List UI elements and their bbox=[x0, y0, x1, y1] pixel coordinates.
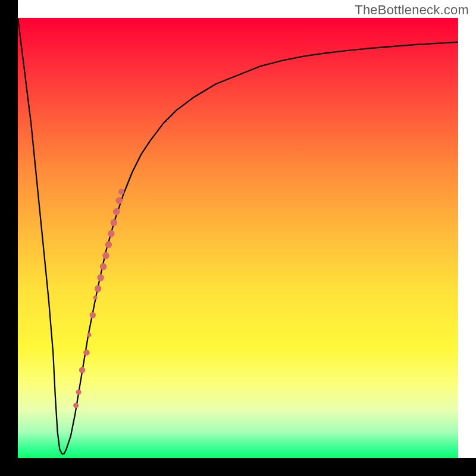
curve-marker bbox=[102, 252, 109, 259]
curve-marker bbox=[105, 241, 112, 248]
curve-marker bbox=[79, 367, 85, 373]
curve-marker bbox=[115, 197, 123, 204]
curve-marker bbox=[100, 263, 107, 270]
curve-marker bbox=[76, 390, 82, 395]
x-axis-band bbox=[0, 458, 476, 476]
chart-svg bbox=[18, 18, 458, 458]
curve-marker bbox=[97, 274, 104, 281]
curve-marker bbox=[93, 295, 98, 299]
curve-marker bbox=[87, 333, 91, 337]
bottleneck-curve bbox=[18, 18, 458, 454]
watermark: TheBottleneck.com bbox=[355, 2, 469, 18]
curve-marker bbox=[113, 208, 120, 215]
curve-marker bbox=[83, 349, 89, 355]
curve-marker bbox=[111, 219, 118, 226]
curve-marker bbox=[108, 230, 115, 237]
curve-marker bbox=[73, 403, 79, 408]
curve-marker bbox=[118, 189, 124, 195]
curve-marker bbox=[95, 285, 102, 292]
curve-marker bbox=[90, 312, 96, 318]
chart-container: TheBottleneck.com bbox=[0, 0, 476, 476]
y-axis-band bbox=[0, 0, 18, 476]
